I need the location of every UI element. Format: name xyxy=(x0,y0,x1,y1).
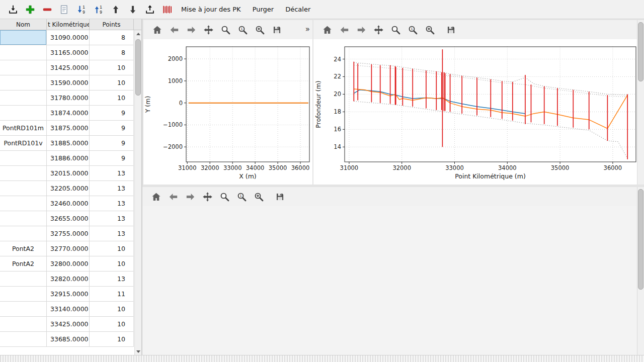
table-cell[interactable]: 10 xyxy=(90,241,134,256)
table-cell[interactable] xyxy=(0,226,47,241)
pan-button[interactable] xyxy=(371,23,385,37)
table-cell[interactable]: 13 xyxy=(90,196,134,211)
table-cell[interactable]: 10 xyxy=(90,90,134,105)
plots-scrollbar-bottom-thumb[interactable] xyxy=(638,189,643,290)
move-down-button[interactable] xyxy=(125,2,140,17)
table-cell[interactable] xyxy=(0,287,47,301)
table-cell[interactable]: 32820.0000 xyxy=(47,272,90,286)
table-cell[interactable]: 31425.0000 xyxy=(47,60,90,75)
purge-button[interactable]: Purger xyxy=(248,3,279,16)
table-cell[interactable]: 33425.0000 xyxy=(47,317,90,331)
save-figure-button[interactable] xyxy=(444,23,458,37)
back-button[interactable] xyxy=(167,23,181,37)
table-cell[interactable]: 9 xyxy=(90,151,134,165)
table-cell[interactable] xyxy=(0,332,47,346)
table-cell[interactable] xyxy=(0,211,47,226)
table-cell[interactable]: PontRD101m xyxy=(0,121,47,135)
table-cell[interactable]: 8 xyxy=(90,45,134,60)
toolbar-overflow-chevron[interactable]: » xyxy=(305,25,310,34)
table-cell[interactable] xyxy=(0,75,47,90)
table-cell[interactable]: 9 xyxy=(90,121,134,135)
table-cell[interactable]: 10 xyxy=(90,317,134,331)
scroll-down-button[interactable] xyxy=(135,348,141,355)
update-pk-button[interactable]: Mise à jour des PK xyxy=(176,3,246,16)
add-row-button[interactable] xyxy=(22,2,38,17)
table-cell[interactable] xyxy=(0,196,47,211)
table-cell[interactable]: PontA2 xyxy=(0,256,47,271)
table-cell[interactable]: 32770.0000 xyxy=(47,241,90,256)
table-cell[interactable] xyxy=(0,106,47,120)
table-cell[interactable]: 33140.0000 xyxy=(47,302,90,316)
table-cell[interactable]: 32915.0000 xyxy=(47,287,90,301)
table-cell[interactable]: 13 xyxy=(90,272,134,286)
table-scrollbar-thumb[interactable] xyxy=(135,39,141,96)
table-cell[interactable]: 10 xyxy=(90,302,134,316)
zoom-button[interactable] xyxy=(388,23,403,37)
table-cell[interactable] xyxy=(0,45,47,60)
profiles-button[interactable] xyxy=(159,2,175,17)
table-scrollbar[interactable] xyxy=(134,30,141,355)
trace-plot-canvas[interactable]: 310003200033000340003500036000−2000−1000… xyxy=(143,39,312,185)
zoom-rect-button[interactable] xyxy=(252,190,266,204)
zoom-one-button[interactable] xyxy=(406,23,420,37)
remove-row-button[interactable] xyxy=(39,2,55,17)
back-button[interactable] xyxy=(166,190,180,204)
table-cell[interactable]: 32800.0000 xyxy=(47,256,90,271)
table-cell[interactable]: 31886.0000 xyxy=(47,151,90,165)
import-button[interactable] xyxy=(5,2,21,17)
plots-scrollbar-top[interactable] xyxy=(637,20,644,185)
table-cell[interactable]: 31874.0000 xyxy=(47,106,90,120)
save-figure-button[interactable] xyxy=(270,23,284,37)
table-cell[interactable]: 31090.0000 xyxy=(47,30,90,45)
table-cell[interactable]: 13 xyxy=(90,211,134,226)
table-cell[interactable] xyxy=(0,317,47,331)
export-button[interactable] xyxy=(142,2,157,17)
table-cell[interactable]: 32460.0000 xyxy=(47,196,90,211)
table-cell[interactable]: 13 xyxy=(90,166,134,180)
table-cell[interactable]: 32015.0000 xyxy=(47,166,90,180)
edit-list-button[interactable] xyxy=(56,2,72,17)
zoom-button[interactable] xyxy=(217,190,231,204)
column-header-point-kilometrique[interactable]: t Kilométrique xyxy=(47,19,90,30)
table-cell[interactable] xyxy=(0,272,47,286)
sort-descending-button[interactable] xyxy=(73,2,89,17)
table-cell[interactable]: 33685.0000 xyxy=(47,332,90,346)
home-button[interactable] xyxy=(150,23,164,37)
zoom-one-button[interactable] xyxy=(234,190,249,204)
table-cell[interactable] xyxy=(0,166,47,180)
forward-button[interactable] xyxy=(183,190,197,204)
table-cell[interactable]: PontRD101v xyxy=(0,136,47,150)
home-button[interactable] xyxy=(320,23,334,37)
pan-button[interactable] xyxy=(201,23,215,37)
sort-ascending-button[interactable] xyxy=(91,2,106,17)
home-button[interactable] xyxy=(149,190,163,204)
table-cell[interactable]: 10 xyxy=(90,60,134,75)
table-cell[interactable]: 31590.0000 xyxy=(47,75,90,90)
table-cell[interactable]: 31780.0000 xyxy=(47,90,90,105)
zoom-one-button[interactable] xyxy=(235,23,250,37)
move-up-button[interactable] xyxy=(108,2,123,17)
table-cell[interactable]: 13 xyxy=(90,226,134,241)
column-header-points[interactable]: Points xyxy=(90,19,134,30)
table-cell[interactable]: 31165.0000 xyxy=(47,45,90,60)
save-figure-button[interactable] xyxy=(273,190,287,204)
table-cell[interactable]: 11 xyxy=(90,287,134,301)
zoom-rect-button[interactable] xyxy=(423,23,437,37)
table-cell[interactable] xyxy=(0,60,47,75)
table-cell[interactable]: 9 xyxy=(90,106,134,120)
scroll-up-button[interactable] xyxy=(135,30,141,37)
plots-scrollbar-top-thumb[interactable] xyxy=(638,22,643,81)
table-cell[interactable]: 32755.0000 xyxy=(47,226,90,241)
table-cell[interactable] xyxy=(0,181,47,196)
back-button[interactable] xyxy=(337,23,351,37)
table-cell[interactable] xyxy=(0,90,47,105)
table-cell[interactable]: 32205.0000 xyxy=(47,181,90,196)
pan-button[interactable] xyxy=(200,190,214,204)
zoom-button[interactable] xyxy=(218,23,232,37)
table-cell[interactable] xyxy=(0,151,47,165)
table-cell[interactable]: 13 xyxy=(90,181,134,196)
table-cell[interactable]: 31875.0000 xyxy=(47,121,90,135)
shift-button[interactable]: Décaler xyxy=(280,3,315,16)
table-cell[interactable]: 10 xyxy=(90,75,134,90)
plots-scrollbar-bottom[interactable] xyxy=(637,187,644,355)
